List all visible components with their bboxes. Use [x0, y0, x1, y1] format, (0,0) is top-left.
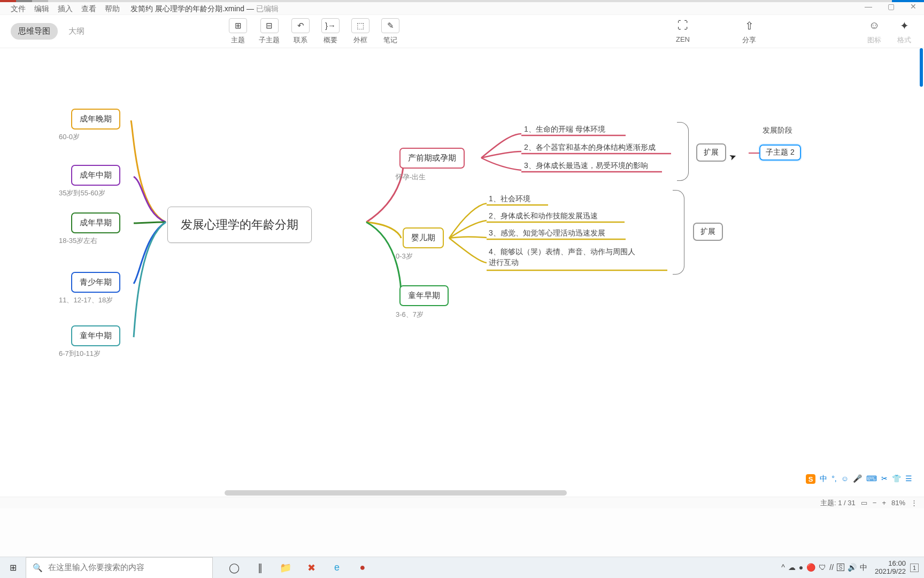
- toolr2-0[interactable]: ☺图标: [865, 18, 883, 45]
- search-box[interactable]: 🔍 在这里输入你要搜索的内容: [26, 557, 213, 579]
- tool-label: 分享: [742, 35, 756, 45]
- taskbar-app-2[interactable]: 📁: [275, 557, 296, 579]
- sub-mid-child: 6-7到10-11岁: [59, 349, 101, 359]
- toolr1-1[interactable]: ⇧分享: [740, 18, 758, 45]
- node-prenatal[interactable]: 产前期或孕期: [399, 148, 465, 169]
- ime-item-6[interactable]: 👕: [892, 474, 901, 483]
- toolr1-0[interactable]: ⛶ZEN: [674, 18, 692, 45]
- tool-icon: ✎: [381, 18, 399, 33]
- tray-icon-8[interactable]: 中: [860, 563, 867, 572]
- tab-outline[interactable]: 大纲: [63, 23, 90, 40]
- window-minimize[interactable]: —: [862, 2, 875, 11]
- status-more-icon[interactable]: ⋮: [911, 499, 918, 507]
- tool-label: 笔记: [383, 35, 397, 45]
- node-mid-adult[interactable]: 成年中期: [71, 165, 120, 186]
- taskbar-app-5[interactable]: ●: [352, 557, 373, 579]
- tab-mindmap[interactable]: 思维导图: [11, 23, 58, 40]
- tray-icon-5[interactable]: //: [829, 563, 834, 572]
- leaf-prenatal-2[interactable]: 2、各个器官和基本的身体结构逐渐形成: [523, 141, 657, 155]
- status-book-icon[interactable]: ▭: [861, 499, 867, 507]
- tray-icon-0[interactable]: ^: [781, 563, 785, 572]
- ime-item-1[interactable]: °,: [831, 474, 837, 483]
- tool-icon: ☺: [865, 18, 883, 33]
- tool-icon: ✦: [895, 18, 913, 33]
- tool-icon: ↶: [291, 18, 310, 33]
- summary-prenatal[interactable]: 扩展: [696, 143, 726, 162]
- ime-item-4[interactable]: ⌨: [866, 474, 877, 483]
- vertical-scroll-thumb[interactable]: [920, 48, 923, 87]
- summary-infant[interactable]: 扩展: [693, 223, 723, 241]
- tool-3[interactable]: }→概要: [321, 18, 340, 45]
- taskbar-app-4[interactable]: e: [326, 557, 348, 579]
- tool-label: 联系: [294, 35, 307, 45]
- toolbar: 思维导图 大纲 ⊞主题⊟子主题↶联系}→概要⬚外框✎笔记 ⛶ZEN⇧分享 ☺图标…: [0, 15, 924, 48]
- ime-logo-icon[interactable]: S: [806, 474, 815, 484]
- tool-icon: ⬚: [351, 18, 369, 33]
- window-close[interactable]: ✕: [907, 2, 920, 11]
- sub-infant: 0-3岁: [396, 252, 413, 261]
- sub-mid-adult: 35岁到55-60岁: [59, 188, 105, 198]
- tray-icon-4[interactable]: 🛡: [819, 563, 826, 572]
- vertical-scrollbar[interactable]: [920, 48, 923, 508]
- menu-file[interactable]: 文件: [11, 4, 26, 14]
- tool-0[interactable]: ⊞主题: [229, 18, 247, 45]
- tool-label: 图标: [867, 35, 881, 45]
- tray-icon-7[interactable]: 🔊: [848, 563, 857, 572]
- leaf-infant-1[interactable]: 1、社会环境: [488, 192, 532, 206]
- menu-insert[interactable]: 插入: [58, 4, 73, 14]
- taskbar-app-1[interactable]: ‖: [249, 557, 271, 579]
- tool-label: 概要: [324, 35, 337, 45]
- tool-label: 格式: [897, 35, 911, 45]
- window-maximize[interactable]: ▢: [884, 2, 897, 11]
- tool-1[interactable]: ⊟子主题: [259, 18, 280, 45]
- sub-early-child: 3-6、7岁: [396, 310, 424, 320]
- horizontal-scroll-thumb[interactable]: [225, 490, 567, 496]
- menu-view[interactable]: 查看: [81, 4, 96, 14]
- node-adolescent[interactable]: 青少年期: [71, 272, 120, 293]
- status-topic-count: 主题: 1 / 31: [820, 498, 856, 508]
- node-mid-child[interactable]: 童年中期: [71, 325, 120, 346]
- leaf-infant-4[interactable]: 4、能够以（哭）表情、声音、动作与周围人进行互动: [488, 245, 637, 270]
- taskbar-app-0[interactable]: ◯: [224, 557, 245, 579]
- ime-item-5[interactable]: ✂: [881, 474, 888, 483]
- bracket-infant: [673, 190, 684, 275]
- start-button[interactable]: ⊞: [0, 557, 26, 579]
- ime-item-2[interactable]: ☺: [841, 474, 849, 483]
- menu-edit[interactable]: 编辑: [34, 4, 49, 14]
- node-infant[interactable]: 婴儿期: [403, 227, 444, 248]
- ime-item-7[interactable]: ☰: [905, 474, 912, 483]
- summary-child-subtopic2[interactable]: 子主题 2: [759, 144, 801, 161]
- tray-icon-6[interactable]: 🅂: [837, 563, 844, 572]
- ime-item-0[interactable]: 中: [820, 474, 827, 483]
- tool-label: ZEN: [676, 35, 690, 43]
- center-topic[interactable]: 发展心理学的年龄分期: [167, 207, 312, 243]
- ime-bar: S 中°,☺🎤⌨✂👕☰: [806, 473, 917, 485]
- label-stage: 发展阶段: [763, 126, 792, 135]
- tray-icon-1[interactable]: ☁: [788, 563, 796, 572]
- document-title: 发简约 展心理学的年龄分期.xmind — 已编辑: [130, 1, 279, 14]
- node-early-child[interactable]: 童年早期: [399, 285, 449, 306]
- node-early-adult[interactable]: 成年早期: [71, 212, 120, 233]
- taskbar-app-3[interactable]: ✖: [301, 557, 322, 579]
- clock-date: 2021/9/22: [875, 568, 906, 576]
- tray-icon-2[interactable]: ●: [799, 563, 803, 572]
- sub-prenatal: 怀孕-出生: [396, 172, 426, 182]
- leaf-infant-3[interactable]: 3、感觉、知觉等心理活动迅速发展: [488, 226, 606, 240]
- tool-5[interactable]: ✎笔记: [381, 18, 399, 45]
- zoom-in-button[interactable]: +: [882, 499, 886, 507]
- node-late-adult[interactable]: 成年晚期: [71, 109, 120, 130]
- ime-item-3[interactable]: 🎤: [853, 474, 862, 483]
- tray-icon-3[interactable]: 🔴: [806, 563, 815, 572]
- mindmap-canvas[interactable]: 发展心理学的年龄分期 成年晚期 60-0岁 成年中期 35岁到55-60岁 成年…: [0, 48, 924, 508]
- leaf-prenatal-1[interactable]: 1、生命的开端 母体环境: [523, 123, 606, 136]
- leaf-prenatal-3[interactable]: 3、身体成长最迅速，易受环境的影响: [523, 159, 649, 173]
- tool-4[interactable]: ⬚外框: [351, 18, 369, 45]
- cursor-icon: ➤: [728, 150, 738, 162]
- notification-icon[interactable]: 1: [910, 564, 919, 572]
- toolr2-1[interactable]: ✦格式: [895, 18, 913, 45]
- zoom-out-button[interactable]: −: [873, 499, 877, 507]
- tool-2[interactable]: ↶联系: [291, 18, 310, 45]
- menu-help[interactable]: 帮助: [105, 4, 120, 14]
- leaf-infant-2[interactable]: 2、身体成长和动作技能发展迅速: [488, 209, 599, 223]
- horizontal-scrollbar[interactable]: [0, 489, 924, 497]
